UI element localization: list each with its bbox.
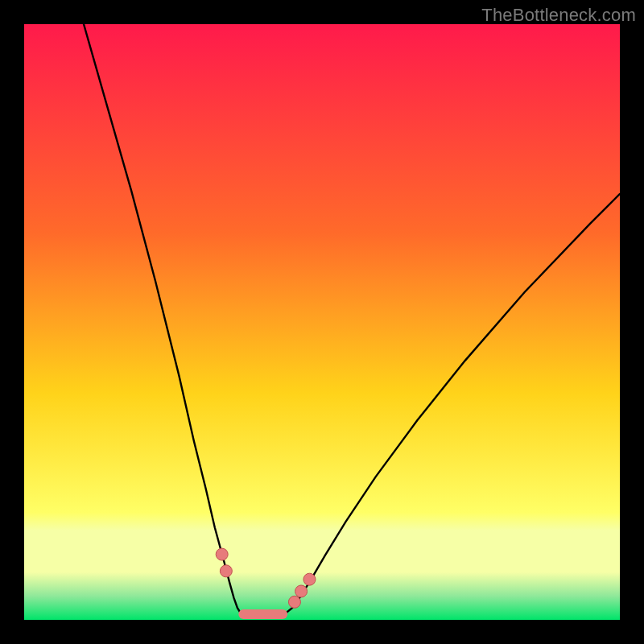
marker-right-2 [303,573,316,585]
plot-area [24,24,620,620]
marker-left-1 [220,565,232,577]
chart-frame: TheBottleneck.com [0,0,644,644]
chart-svg [24,24,620,620]
marker-right-0 [288,596,300,608]
marker-right-1 [295,585,308,597]
watermark-text: TheBottleneck.com [481,5,636,26]
svg-rect-0 [24,24,620,620]
marker-left-0 [216,548,228,560]
